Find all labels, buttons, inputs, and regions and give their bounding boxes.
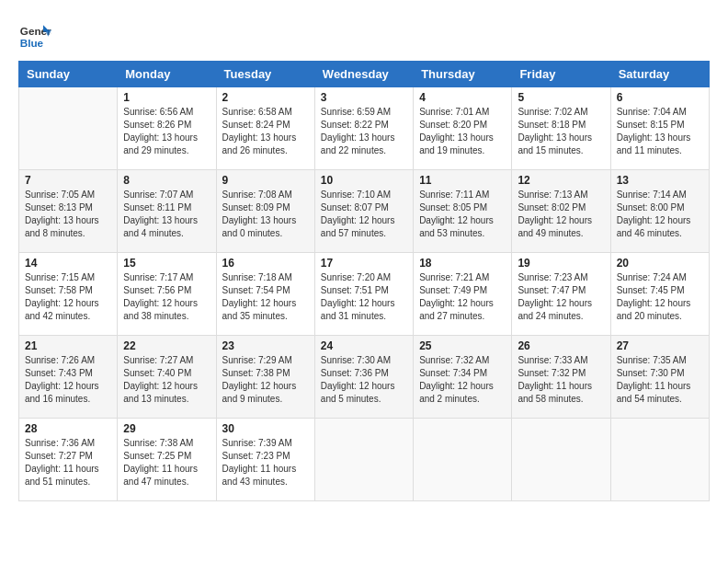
day-info: Sunrise: 7:10 AM Sunset: 8:07 PM Dayligh… [321,189,407,240]
day-info: Sunrise: 7:04 AM Sunset: 8:15 PM Dayligh… [617,106,703,157]
calendar-day-cell: 10Sunrise: 7:10 AM Sunset: 8:07 PM Dayli… [314,170,413,253]
calendar-day-cell: 17Sunrise: 7:20 AM Sunset: 7:51 PM Dayli… [314,253,413,336]
calendar-day-cell [610,419,709,501]
calendar-day-cell: 23Sunrise: 7:29 AM Sunset: 7:38 PM Dayli… [216,336,314,419]
day-number: 7 [25,174,111,187]
day-info: Sunrise: 7:39 AM Sunset: 7:23 PM Dayligh… [222,437,309,488]
calendar-day-cell: 15Sunrise: 7:17 AM Sunset: 7:56 PM Dayli… [118,253,216,336]
calendar-day-cell: 26Sunrise: 7:33 AM Sunset: 7:32 PM Dayli… [512,336,610,419]
calendar-week-row: 7Sunrise: 7:05 AM Sunset: 8:13 PM Daylig… [19,170,710,253]
day-number: 14 [25,257,111,270]
calendar-day-cell: 12Sunrise: 7:13 AM Sunset: 8:02 PM Dayli… [512,170,610,253]
calendar-day-cell: 3Sunrise: 6:59 AM Sunset: 8:22 PM Daylig… [314,87,413,170]
calendar-day-cell: 25Sunrise: 7:32 AM Sunset: 7:34 PM Dayli… [414,336,512,419]
day-info: Sunrise: 7:30 AM Sunset: 7:36 PM Dayligh… [321,354,407,406]
day-number: 6 [617,91,703,104]
day-info: Sunrise: 7:21 AM Sunset: 7:49 PM Dayligh… [419,271,506,323]
day-number: 11 [419,174,506,187]
day-number: 16 [222,257,309,270]
calendar-day-cell: 2Sunrise: 6:58 AM Sunset: 8:24 PM Daylig… [216,87,314,170]
calendar-day-cell: 18Sunrise: 7:21 AM Sunset: 7:49 PM Dayli… [414,253,512,336]
calendar-day-cell: 22Sunrise: 7:27 AM Sunset: 7:40 PM Dayli… [118,336,216,419]
day-number: 19 [518,257,604,270]
day-info: Sunrise: 7:26 AM Sunset: 7:43 PM Dayligh… [25,354,111,406]
day-info: Sunrise: 7:02 AM Sunset: 8:18 PM Dayligh… [518,106,604,157]
day-number: 12 [518,174,604,187]
day-of-week-header: Thursday [414,62,512,87]
calendar-day-cell: 4Sunrise: 7:01 AM Sunset: 8:20 PM Daylig… [414,87,512,170]
day-number: 24 [321,339,407,352]
calendar-day-cell: 21Sunrise: 7:26 AM Sunset: 7:43 PM Dayli… [19,336,118,419]
day-info: Sunrise: 7:23 AM Sunset: 7:47 PM Dayligh… [518,271,604,323]
calendar-week-row: 28Sunrise: 7:36 AM Sunset: 7:27 PM Dayli… [19,419,710,501]
logo-icon: General Blue [18,18,51,52]
day-number: 18 [419,257,506,270]
calendar-day-cell: 8Sunrise: 7:07 AM Sunset: 8:11 PM Daylig… [118,170,216,253]
day-of-week-header: Saturday [610,62,709,87]
day-info: Sunrise: 7:13 AM Sunset: 8:02 PM Dayligh… [518,189,604,240]
day-of-week-header: Tuesday [216,62,314,87]
day-info: Sunrise: 7:38 AM Sunset: 7:25 PM Dayligh… [123,437,210,488]
calendar-day-cell: 14Sunrise: 7:15 AM Sunset: 7:58 PM Dayli… [19,253,118,336]
calendar-day-cell: 7Sunrise: 7:05 AM Sunset: 8:13 PM Daylig… [19,170,118,253]
day-number: 13 [617,174,703,187]
day-info: Sunrise: 7:18 AM Sunset: 7:54 PM Dayligh… [222,271,309,323]
calendar-day-cell [314,419,413,501]
day-number: 27 [617,339,703,352]
day-number: 5 [518,91,604,104]
logo: General Blue [18,18,55,52]
day-info: Sunrise: 7:33 AM Sunset: 7:32 PM Dayligh… [518,354,604,406]
day-info: Sunrise: 7:32 AM Sunset: 7:34 PM Dayligh… [419,354,506,406]
day-info: Sunrise: 6:58 AM Sunset: 8:24 PM Dayligh… [222,106,309,157]
calendar-day-cell: 6Sunrise: 7:04 AM Sunset: 8:15 PM Daylig… [610,87,709,170]
day-info: Sunrise: 7:24 AM Sunset: 7:45 PM Dayligh… [617,271,703,323]
calendar-day-cell [414,419,512,501]
day-of-week-header: Sunday [19,62,118,87]
day-number: 25 [419,339,506,352]
day-number: 26 [518,339,604,352]
day-info: Sunrise: 7:27 AM Sunset: 7:40 PM Dayligh… [123,354,210,406]
day-of-week-header: Monday [118,62,216,87]
day-number: 21 [25,339,111,352]
calendar-week-row: 21Sunrise: 7:26 AM Sunset: 7:43 PM Dayli… [19,336,710,419]
calendar-day-cell: 19Sunrise: 7:23 AM Sunset: 7:47 PM Dayli… [512,253,610,336]
svg-text:Blue: Blue [20,37,44,49]
day-info: Sunrise: 7:11 AM Sunset: 8:05 PM Dayligh… [419,189,506,240]
calendar-day-cell [19,87,118,170]
calendar-day-cell: 11Sunrise: 7:11 AM Sunset: 8:05 PM Dayli… [414,170,512,253]
day-info: Sunrise: 7:29 AM Sunset: 7:38 PM Dayligh… [222,354,309,406]
calendar-day-cell: 27Sunrise: 7:35 AM Sunset: 7:30 PM Dayli… [610,336,709,419]
day-info: Sunrise: 7:35 AM Sunset: 7:30 PM Dayligh… [617,354,703,406]
day-number: 8 [123,174,210,187]
day-number: 2 [222,91,309,104]
calendar-day-cell: 20Sunrise: 7:24 AM Sunset: 7:45 PM Dayli… [610,253,709,336]
day-number: 28 [25,422,111,435]
day-number: 1 [123,91,210,104]
day-number: 9 [222,174,309,187]
calendar-header-row: SundayMondayTuesdayWednesdayThursdayFrid… [19,62,710,87]
day-number: 10 [321,174,407,187]
calendar-day-cell: 29Sunrise: 7:38 AM Sunset: 7:25 PM Dayli… [118,419,216,501]
calendar-table: SundayMondayTuesdayWednesdayThursdayFrid… [18,61,710,501]
calendar-week-row: 14Sunrise: 7:15 AM Sunset: 7:58 PM Dayli… [19,253,710,336]
day-info: Sunrise: 7:01 AM Sunset: 8:20 PM Dayligh… [419,106,506,157]
calendar-week-row: 1Sunrise: 6:56 AM Sunset: 8:26 PM Daylig… [19,87,710,170]
day-number: 30 [222,422,309,435]
day-number: 20 [617,257,703,270]
calendar-day-cell: 1Sunrise: 6:56 AM Sunset: 8:26 PM Daylig… [118,87,216,170]
day-info: Sunrise: 6:56 AM Sunset: 8:26 PM Dayligh… [123,106,210,157]
day-number: 15 [123,257,210,270]
day-info: Sunrise: 7:36 AM Sunset: 7:27 PM Dayligh… [25,437,111,488]
calendar-day-cell: 24Sunrise: 7:30 AM Sunset: 7:36 PM Dayli… [314,336,413,419]
calendar-day-cell: 16Sunrise: 7:18 AM Sunset: 7:54 PM Dayli… [216,253,314,336]
day-info: Sunrise: 6:59 AM Sunset: 8:22 PM Dayligh… [321,106,407,157]
calendar-day-cell [512,419,610,501]
day-number: 17 [321,257,407,270]
calendar-day-cell: 13Sunrise: 7:14 AM Sunset: 8:00 PM Dayli… [610,170,709,253]
page-header: General Blue [18,18,710,52]
day-info: Sunrise: 7:08 AM Sunset: 8:09 PM Dayligh… [222,189,309,240]
calendar-day-cell: 30Sunrise: 7:39 AM Sunset: 7:23 PM Dayli… [216,419,314,501]
day-number: 22 [123,339,210,352]
calendar-day-cell: 28Sunrise: 7:36 AM Sunset: 7:27 PM Dayli… [19,419,118,501]
day-of-week-header: Wednesday [314,62,413,87]
